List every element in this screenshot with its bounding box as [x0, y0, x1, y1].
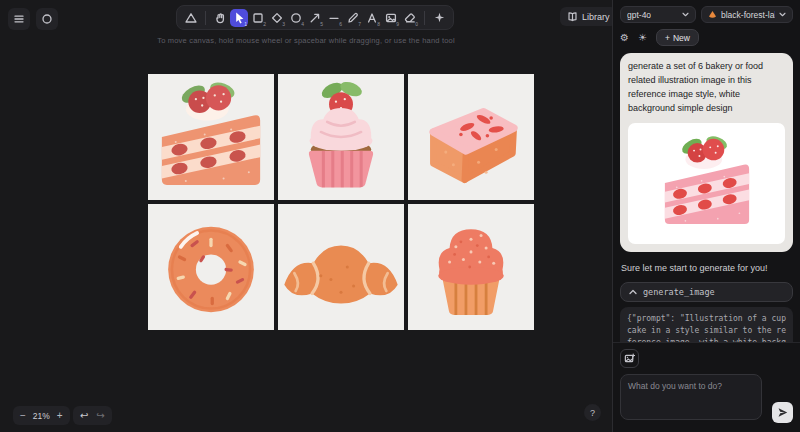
- toolbar-divider: [424, 11, 425, 25]
- donut-illustration: [148, 204, 274, 330]
- provider-selector[interactable]: black-forest-lab: [701, 6, 793, 23]
- canvas-hint-text: To move canvas, hold mouse wheel or spac…: [0, 36, 612, 45]
- help-button[interactable]: ?: [584, 404, 601, 421]
- settings-gear-icon[interactable]: ⚙: [620, 32, 629, 44]
- model-name: gpt-4o: [627, 10, 651, 20]
- send-button[interactable]: [772, 402, 793, 423]
- tool-shortcut: 5: [320, 21, 323, 27]
- tool-shortcut: 1: [244, 21, 247, 27]
- paper-plane-icon: [777, 407, 788, 418]
- arrow-tool[interactable]: 5: [306, 9, 324, 27]
- tool-shortcut: 3: [282, 21, 285, 27]
- tool-shortcut: 4: [301, 21, 304, 27]
- assistant-message-text: Sure let me start to generate for you!: [621, 263, 792, 273]
- theme-sun-icon[interactable]: ☀: [638, 32, 647, 44]
- prompt-input[interactable]: [620, 374, 762, 420]
- zoom-in-button[interactable]: +: [57, 411, 63, 421]
- croissant-illustration: [278, 204, 404, 330]
- canvas-area[interactable]: 1 2 3 4: [0, 0, 612, 432]
- zoom-level[interactable]: 21%: [33, 411, 50, 421]
- question-icon: ?: [590, 408, 595, 418]
- reference-image[interactable]: [628, 123, 785, 244]
- black-forest-labs-icon: [708, 10, 717, 19]
- user-message-bubble: generate a set of 6 bakery or food relat…: [620, 53, 793, 252]
- tool-call-name: generate_image: [643, 287, 715, 297]
- image-tool[interactable]: 9: [382, 9, 400, 27]
- hamburger-icon: [13, 13, 25, 25]
- redo-button[interactable]: ↪: [96, 410, 104, 421]
- app-logo-button[interactable]: [36, 8, 58, 30]
- tool-call-arguments: {"prompt": "Illustration of a cupcake in…: [620, 307, 793, 342]
- strawberry-cake-illustration: [148, 74, 274, 200]
- hand-tool[interactable]: [211, 9, 229, 27]
- app-window: 1 2 3 4: [0, 0, 800, 432]
- provider-name: black-forest-lab: [721, 10, 775, 20]
- attach-image-button[interactable]: [620, 349, 639, 368]
- tool-toolbar: 1 2 3 4: [176, 5, 454, 30]
- generated-image-grid: [148, 74, 534, 330]
- canvas-image-cupcake[interactable]: [278, 74, 404, 200]
- chat-thread[interactable]: generate a set of 6 bakery or food relat…: [613, 46, 800, 342]
- composer: [613, 342, 800, 432]
- canvas-image-loaf-cake[interactable]: [408, 74, 534, 200]
- text-tool[interactable]: 8: [363, 9, 381, 27]
- canvas-logo-tool[interactable]: [182, 9, 200, 27]
- user-message-text: generate a set of 6 bakery or food relat…: [628, 60, 785, 116]
- zoom-control: − 21% +: [13, 406, 70, 425]
- book-icon: [567, 11, 578, 22]
- chevron-down-icon: [682, 12, 689, 17]
- triangle-logo-icon: [184, 11, 198, 25]
- muffin-illustration: [408, 204, 534, 330]
- toolbar-divider: [205, 11, 206, 25]
- image-plus-icon: [624, 353, 635, 364]
- main-menu-button[interactable]: [8, 8, 30, 30]
- undo-button[interactable]: ↩: [80, 410, 88, 421]
- tool-shortcut: 7: [358, 21, 361, 27]
- chevron-down-icon: [779, 12, 786, 17]
- history-control: ↩ ↪: [73, 406, 112, 425]
- new-chat-button[interactable]: + New: [656, 29, 699, 46]
- app-logo-icon: [41, 13, 53, 25]
- reference-cake-illustration: [653, 129, 761, 237]
- diamond-tool[interactable]: 3: [268, 9, 286, 27]
- line-tool[interactable]: 6: [325, 9, 343, 27]
- tool-call-header[interactable]: generate_image: [620, 282, 793, 302]
- hand-icon: [213, 11, 227, 25]
- eraser-tool[interactable]: 0: [401, 9, 419, 27]
- tool-shortcut: 9: [396, 21, 399, 27]
- tool-shortcut: 0: [415, 21, 418, 27]
- model-selector[interactable]: gpt-4o: [620, 6, 696, 23]
- ellipse-tool[interactable]: 4: [287, 9, 305, 27]
- loaf-cake-illustration: [408, 74, 534, 200]
- plus-icon: +: [665, 33, 670, 43]
- cupcake-illustration: [278, 74, 404, 200]
- tool-shortcut: 8: [377, 21, 380, 27]
- canvas-image-muffin[interactable]: [408, 204, 534, 330]
- library-label: Library: [582, 12, 610, 22]
- ai-assets-tool[interactable]: [430, 9, 448, 27]
- tool-shortcut: 2: [263, 21, 266, 27]
- sidebar-header: gpt-4o black-forest-lab ⚙ ☀: [613, 0, 800, 46]
- canvas-image-croissant[interactable]: [278, 204, 404, 330]
- spark-icon: [433, 11, 446, 24]
- select-tool[interactable]: 1: [230, 9, 248, 27]
- canvas-image-strawberry-cake[interactable]: [148, 74, 274, 200]
- rectangle-tool[interactable]: 2: [249, 9, 267, 27]
- tool-shortcut: 6: [339, 21, 342, 27]
- new-chat-label: New: [673, 33, 690, 43]
- zoom-out-button[interactable]: −: [20, 411, 26, 421]
- canvas-image-donut[interactable]: [148, 204, 274, 330]
- chevron-up-icon: [629, 289, 637, 295]
- chat-sidebar: gpt-4o black-forest-lab ⚙ ☀: [612, 0, 800, 432]
- library-button[interactable]: Library: [560, 7, 617, 26]
- draw-tool[interactable]: 7: [344, 9, 362, 27]
